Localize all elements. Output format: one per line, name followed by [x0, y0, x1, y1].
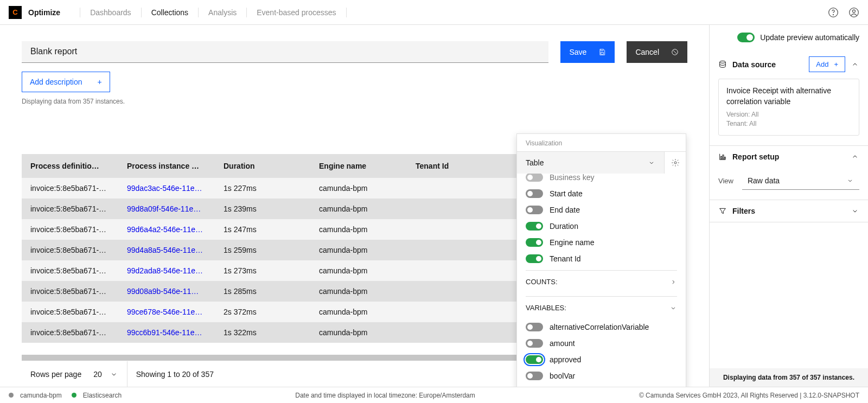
nav-analysis[interactable]: Analysis	[199, 0, 246, 24]
toggle-row: clarified	[526, 384, 677, 387]
table-cell: 1s 227ms	[215, 178, 310, 199]
toggle-switch[interactable]	[526, 254, 543, 263]
save-label: Save	[569, 48, 586, 56]
chevron-down-icon	[648, 159, 655, 167]
report-title-input[interactable]: Blank report	[22, 41, 548, 63]
table-cell: invoice:5:8e5ba671-…	[22, 178, 118, 199]
toggle-row: Business key	[526, 174, 677, 185]
update-preview-label: Update preview automatically	[760, 33, 859, 42]
data-source-section: Data source Add + Invoice Receipt with a…	[710, 50, 868, 146]
table-cell: camunda-bpm	[310, 302, 407, 322]
update-preview-toggle[interactable]	[737, 33, 755, 42]
save-button[interactable]: Save	[560, 41, 615, 63]
data-source-card[interactable]: Invoice Receipt with alternative correla…	[718, 79, 859, 136]
toggle-switch[interactable]	[526, 372, 543, 380]
svg-rect-10	[724, 157, 725, 158]
table-cell: invoice:5:8e5ba671-…	[22, 260, 118, 281]
table-cell: invoice:5:8e5ba671-…	[22, 281, 118, 302]
svg-point-6	[674, 162, 676, 164]
chevron-up-icon[interactable]	[851, 60, 859, 69]
rows-per-page-value[interactable]: 20	[93, 370, 102, 379]
data-source-title: Data source	[732, 60, 803, 69]
toggle-switch[interactable]	[526, 323, 543, 331]
table-cell: invoice:5:8e5ba671-…	[22, 302, 118, 322]
engine-camunda: camunda-bpm	[20, 392, 62, 399]
table-cell: 1s 247ms	[215, 219, 310, 240]
toggle-row: approved	[526, 351, 677, 368]
toggle-row: Start date	[526, 185, 677, 202]
view-label: View	[718, 177, 733, 185]
nav-collections[interactable]: Collections	[142, 0, 198, 24]
toggle-label: approved	[550, 355, 581, 364]
data-source-tenant: Tenant: All	[726, 119, 851, 129]
col-engine[interactable]: Engine name	[310, 154, 407, 178]
table-cell: 1s 259ms	[215, 240, 310, 260]
toggle-switch[interactable]	[526, 206, 543, 214]
table-cell: 1s 239ms	[215, 199, 310, 219]
toggle-row: Tenant Id	[526, 251, 677, 267]
chevron-right-icon	[669, 278, 677, 286]
col-duration[interactable]: Duration	[215, 154, 310, 178]
table-cell[interactable]: 99d08a9b-546e-11…	[118, 281, 215, 302]
table-cell: camunda-bpm	[310, 322, 407, 343]
table-cell: camunda-bpm	[310, 178, 407, 199]
add-data-source-button[interactable]: Add +	[809, 56, 845, 72]
toggle-switch[interactable]	[526, 222, 543, 231]
toggle-row: alternativeCorrelationVariable	[526, 319, 677, 335]
database-icon	[718, 60, 727, 69]
table-cell: 2s 372ms	[215, 302, 310, 322]
visualization-label: Visualization	[517, 134, 686, 151]
table-cell[interactable]: 99d8a09f-546e-11e…	[118, 199, 215, 219]
table-cell[interactable]: 99ce678e-546e-11e…	[118, 302, 215, 322]
account-icon[interactable]	[848, 7, 859, 18]
chart-icon	[718, 152, 727, 161]
app-name: Optimize	[28, 8, 60, 17]
table-cell[interactable]: 99d4a8a5-546e-11e…	[118, 240, 215, 260]
toggle-row: Duration	[526, 218, 677, 234]
toggle-switch[interactable]	[526, 355, 543, 364]
toggle-switch[interactable]	[526, 339, 543, 348]
cancel-label: Cancel	[635, 48, 659, 56]
view-select[interactable]: Raw data	[742, 172, 859, 190]
variables-section[interactable]: VARIABLES:	[526, 296, 677, 319]
add-description-label: Add description	[30, 78, 82, 86]
chevron-down-icon[interactable]	[110, 370, 118, 379]
toggle-switch[interactable]	[526, 238, 543, 247]
toggle-label: Duration	[550, 222, 578, 231]
col-process-def[interactable]: Process definitio…	[22, 154, 118, 178]
table-cell[interactable]: 99d2ada8-546e-11e…	[118, 260, 215, 281]
table-cell[interactable]: 99dac3ac-546e-11e…	[118, 178, 215, 199]
nav-event-based[interactable]: Event-based processes	[247, 0, 346, 24]
plus-icon: +	[834, 60, 838, 68]
table-cell: 1s 322ms	[215, 322, 310, 343]
table-cell: camunda-bpm	[310, 281, 407, 302]
col-process-inst[interactable]: Process instance …	[118, 154, 215, 178]
main: Blank report Save Cancel Add description…	[0, 25, 709, 387]
cancel-icon	[671, 48, 679, 56]
toggle-switch[interactable]	[526, 174, 543, 182]
nav-dashboards[interactable]: Dashboards	[80, 0, 141, 24]
chevron-down-icon[interactable]	[851, 207, 859, 215]
table-cell: camunda-bpm	[310, 240, 407, 260]
table-cell[interactable]: 99cc6b91-546e-11e…	[118, 322, 215, 343]
table-cell: 1s 285ms	[215, 281, 310, 302]
svg-rect-4	[601, 53, 604, 55]
table-cell: camunda-bpm	[310, 219, 407, 240]
svg-point-3	[853, 10, 856, 12]
filter-icon	[718, 207, 727, 215]
toggle-switch[interactable]	[526, 189, 543, 198]
chevron-up-icon[interactable]	[851, 152, 859, 161]
visualization-select[interactable]: Table	[517, 152, 664, 174]
cancel-button[interactable]: Cancel	[627, 41, 687, 63]
table-cell: invoice:5:8e5ba671-…	[22, 322, 118, 343]
toggle-label: Engine name	[550, 238, 595, 247]
table-cell[interactable]: 99d6a4a2-546e-11e…	[118, 219, 215, 240]
sidepanel: Update preview automatically Data source…	[709, 25, 868, 387]
logo: C	[9, 6, 22, 19]
gear-icon[interactable]	[664, 152, 686, 174]
counts-section[interactable]: COUNTS:	[526, 270, 677, 293]
add-description-button[interactable]: Add description +	[22, 72, 110, 92]
sidepanel-footer: Displaying data from 357 of 357 instance…	[710, 368, 868, 387]
help-icon[interactable]	[828, 7, 839, 18]
svg-rect-8	[721, 156, 722, 159]
